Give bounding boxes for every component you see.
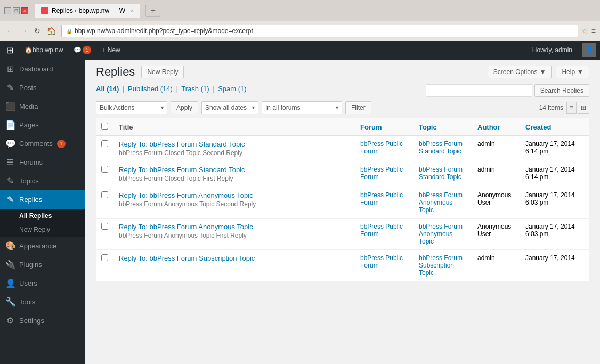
sidebar-item-label: Users — [19, 279, 37, 287]
bulk-actions-select[interactable]: Bulk ActionsDelete PermanentlyApproveUna… — [96, 101, 167, 114]
reply-excerpt: bbPress Forum Closed Topic First Reply — [119, 175, 350, 182]
sidebar-item-label: Replies — [19, 196, 42, 204]
admin-bar-new[interactable]: + New — [96, 41, 125, 60]
forum-link[interactable]: bbPress Public Forum — [360, 223, 403, 238]
home-btn[interactable]: 🏠 — [45, 26, 58, 36]
col-header-title: Title — [113, 118, 355, 136]
sidebar-item-settings[interactable]: ⚙ Settings — [0, 311, 85, 330]
forum-link[interactable]: bbPress Public Forum — [360, 254, 403, 269]
table-row: Reply To: bbPress Forum Standard Topic b… — [96, 136, 589, 161]
admin-bar-comments[interactable]: 💬 1 — [68, 41, 96, 60]
row-checkbox[interactable] — [101, 191, 108, 198]
date-filter-select[interactable]: Show all datesJanuary 2014 — [201, 101, 258, 114]
row-checkbox[interactable] — [101, 166, 108, 173]
new-label: + New — [102, 46, 120, 54]
screen-options-button[interactable]: Screen Options ▼ — [488, 66, 552, 78]
sidebar-item-dashboard[interactable]: ⊞ Dashboard — [0, 60, 85, 78]
reload-btn[interactable]: ↻ — [32, 26, 43, 36]
sep1: | — [123, 85, 124, 93]
row-author-cell: admin — [472, 161, 520, 187]
sidebar-sub-new-reply[interactable]: New Reply — [0, 223, 85, 237]
sidebar: ⊞ Dashboard ✎ Posts ⬛ Media 📄 Pages 💬 Co… — [0, 60, 85, 364]
sidebar-item-tools[interactable]: 🔧 Tools — [0, 293, 85, 311]
sidebar-item-media[interactable]: ⬛ Media — [0, 97, 85, 116]
howdy-text[interactable]: Howdy, admin — [527, 46, 578, 54]
row-checkbox[interactable] — [101, 223, 108, 230]
filter-spam[interactable]: Spam (1) — [218, 85, 246, 93]
actions-row: Bulk ActionsDelete PermanentlyApproveUna… — [96, 101, 589, 114]
forward-btn[interactable]: → — [18, 26, 30, 36]
topic-link[interactable]: bbPress Forum Standard Topic — [419, 140, 463, 155]
author-name: admin — [477, 140, 495, 148]
topic-link[interactable]: bbPress Forum Anonymous Topic — [419, 223, 463, 245]
row-title-cell: Reply To: bbPress Forum Anonymous Topic … — [113, 187, 355, 219]
sidebar-item-users[interactable]: 👤 Users — [0, 274, 85, 293]
sidebar-item-label: Topics — [19, 177, 39, 185]
sidebar-item-forums[interactable]: ☰ Forums — [0, 153, 85, 172]
sidebar-item-topics[interactable]: ✎ Topics — [0, 172, 85, 190]
sidebar-item-comments[interactable]: 💬 Comments 1 — [0, 134, 85, 153]
posts-icon: ✎ — [5, 83, 15, 93]
help-button[interactable]: Help ▼ — [556, 66, 589, 78]
sidebar-item-replies[interactable]: ✎ Replies — [0, 190, 85, 209]
reply-title-link[interactable]: Reply To: bbPress Forum Anonymous Topic — [119, 223, 253, 231]
select-all-checkbox[interactable] — [101, 123, 108, 130]
sidebar-item-label: Pages — [19, 121, 39, 129]
sep3: | — [213, 85, 214, 93]
wp-logo[interactable]: ⊞ — [0, 41, 19, 60]
reply-excerpt: bbPress Forum Closed Topic Second Reply — [119, 149, 350, 157]
sidebar-item-pages[interactable]: 📄 Pages — [0, 116, 85, 134]
filter-trash[interactable]: Trash (1) — [181, 85, 209, 93]
search-input[interactable] — [426, 84, 532, 97]
topic-link[interactable]: bbPress Forum Subscription Topic — [419, 254, 463, 277]
sidebar-item-plugins[interactable]: 🔌 Plugins — [0, 255, 85, 274]
forum-link[interactable]: bbPress Public Forum — [360, 140, 403, 155]
reply-title-link[interactable]: Reply To: bbPress Forum Anonymous Topic — [119, 191, 253, 199]
row-checkbox[interactable] — [101, 140, 108, 147]
author-name: Anonymous User — [477, 223, 511, 238]
sidebar-item-label: Posts — [19, 84, 37, 92]
grid-view-btn[interactable]: ⊞ — [578, 102, 589, 114]
date-filter-wrap: Show all datesJanuary 2014 — [201, 101, 258, 114]
new-reply-button[interactable]: New Reply — [141, 66, 184, 78]
sidebar-item-appearance[interactable]: 🎨 Appearance — [0, 237, 85, 255]
row-title-cell: Reply To: bbPress Forum Standard Topic b… — [113, 136, 355, 161]
created-date: January 17, 2014 6:03 pm — [525, 223, 575, 238]
filter-all[interactable]: All (14) — [96, 85, 119, 93]
new-tab-btn[interactable]: + — [145, 5, 160, 17]
maximize-btn[interactable]: □ — [13, 7, 20, 14]
row-topic-cell: bbPress Forum Anonymous Topic — [413, 187, 472, 219]
browser-tab[interactable]: Replies ‹ bbp.wp.nw — W × — [35, 4, 140, 18]
filter-button[interactable]: Filter — [345, 101, 371, 114]
reply-title-link[interactable]: Reply To: bbPress Forum Standard Topic — [119, 166, 245, 174]
bulk-actions-wrap: Bulk ActionsDelete PermanentlyApproveUna… — [96, 101, 167, 114]
admin-bar-site[interactable]: 🏠 bbp.wp.nw — [19, 41, 68, 60]
media-icon: ⬛ — [5, 101, 15, 111]
row-created-cell: January 17, 2014 6:03 pm — [520, 219, 589, 250]
reply-title-link[interactable]: Reply To: bbPress Forum Subscription Top… — [119, 254, 255, 262]
topic-link[interactable]: bbPress Forum Anonymous Topic — [419, 191, 463, 214]
address-bar[interactable]: 🔒 bbp.wp.nw/wp-admin/edit.php?post_type=… — [61, 25, 578, 37]
bookmark-btn[interactable]: ☆ — [581, 27, 588, 35]
forum-link[interactable]: bbPress Public Forum — [360, 166, 403, 181]
sidebar-item-posts[interactable]: ✎ Posts — [0, 78, 85, 97]
menu-btn[interactable]: ≡ — [591, 27, 596, 35]
back-btn[interactable]: ← — [4, 26, 16, 36]
reply-title-link[interactable]: Reply To: bbPress Forum Standard Topic — [119, 140, 245, 148]
search-replies-button[interactable]: Search Replies — [534, 84, 589, 97]
forum-link[interactable]: bbPress Public Forum — [360, 191, 403, 206]
list-view-btn[interactable]: ≡ — [566, 102, 577, 114]
screen-options-label: Screen Options — [493, 68, 538, 76]
forum-filter-select[interactable]: In all forumsbbPress Public ForumbbPress… — [262, 101, 342, 114]
minimize-btn[interactable]: _ — [4, 7, 11, 14]
sidebar-sub-all-replies[interactable]: All Replies — [0, 209, 85, 223]
close-btn[interactable]: × — [21, 7, 28, 14]
row-checkbox[interactable] — [101, 254, 108, 261]
apply-button[interactable]: Apply — [171, 101, 198, 114]
filter-published[interactable]: Published (14) — [128, 85, 173, 93]
home-icon: 🏠 — [25, 46, 33, 54]
row-author-cell: admin — [472, 250, 520, 281]
tab-close-icon[interactable]: × — [131, 7, 134, 14]
dashboard-icon: ⊞ — [5, 64, 15, 74]
topic-link[interactable]: bbPress Forum Standard Topic — [419, 166, 463, 181]
